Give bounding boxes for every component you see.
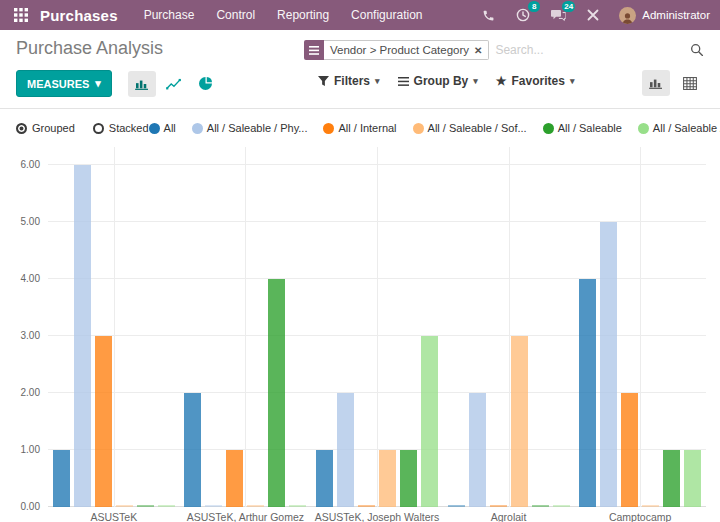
view-switcher [642, 70, 704, 96]
bar[interactable] [600, 222, 617, 507]
bar[interactable] [579, 279, 596, 507]
legend-item[interactable]: All / Saleable / Ser... [638, 122, 720, 134]
bar[interactable] [448, 505, 465, 507]
legend-dot-icon [638, 123, 649, 134]
bar[interactable] [337, 393, 354, 507]
bar-group [574, 147, 706, 507]
systray: 8 24 Administrator [479, 7, 710, 24]
measures-button[interactable]: MEASURES▾ [16, 70, 112, 97]
activities-clock-icon[interactable]: 8 [514, 7, 532, 23]
bar[interactable] [53, 450, 70, 507]
groupby-facet-icon [304, 40, 324, 60]
chart-type-switcher [128, 71, 220, 97]
radio-unselected-icon [93, 123, 104, 134]
legend-dot-icon [192, 123, 203, 134]
menu-purchase[interactable]: Purchase [144, 8, 195, 22]
bar[interactable] [684, 450, 701, 507]
top-navbar: Purchases Purchase Control Reporting Con… [0, 0, 720, 30]
graph-view-button[interactable] [642, 70, 670, 96]
radio-selected-icon [16, 123, 27, 134]
legend-label: All [164, 122, 176, 134]
bar-group [180, 147, 312, 507]
bar-group [48, 147, 180, 507]
favorites-dropdown[interactable]: ★ Favorites▾ [496, 74, 575, 88]
message-badge: 24 [562, 1, 575, 12]
bar[interactable] [74, 165, 91, 507]
apps-menu-icon[interactable] [10, 4, 32, 26]
search-bar: Vendor > Product Category ✕ [304, 40, 704, 60]
chevron-down-icon: ▾ [95, 77, 101, 90]
legend-label: All / Saleable / Phy... [207, 122, 308, 134]
messages-chat-icon[interactable]: 24 [549, 7, 567, 23]
bar[interactable] [95, 336, 112, 507]
x-axis-label: ASUSTeK [48, 511, 180, 522]
tools-icon[interactable] [584, 7, 602, 23]
chart-legend: AllAll / Saleable / Phy...All / Internal… [149, 122, 720, 134]
bar[interactable] [621, 393, 638, 507]
bar[interactable] [421, 336, 438, 507]
y-tick-label: 1.00 [21, 444, 40, 455]
bar-group [311, 147, 443, 507]
control-panel: Purchase Analysis Vendor > Product Categ… [0, 30, 720, 109]
avatar [619, 7, 636, 24]
bar[interactable] [400, 450, 417, 507]
legend-item[interactable]: All [149, 122, 176, 134]
bar[interactable] [137, 505, 154, 507]
bar[interactable] [469, 393, 486, 507]
legend-label: All / Saleable [558, 122, 622, 134]
menu-reporting[interactable]: Reporting [277, 8, 329, 22]
pivot-view-button[interactable] [676, 70, 704, 96]
bar[interactable] [158, 505, 175, 507]
filters-dropdown[interactable]: Filters▾ [318, 74, 380, 88]
app-name[interactable]: Purchases [40, 7, 118, 24]
y-tick-label: 6.00 [21, 159, 40, 170]
bar[interactable] [532, 505, 549, 507]
x-axis: ASUSTeKASUSTeK, Arthur GomezASUSTeK, Jos… [48, 511, 706, 522]
bar[interactable] [116, 505, 133, 507]
legend-label: All / Internal [338, 122, 396, 134]
bar[interactable] [247, 505, 264, 507]
bar[interactable] [205, 505, 222, 507]
legend-dot-icon [413, 123, 424, 134]
bar[interactable] [289, 505, 306, 507]
search-icon[interactable] [690, 43, 704, 57]
bar[interactable] [358, 505, 375, 507]
legend-label: All / Saleable / Sof... [428, 122, 527, 134]
grouped-radio[interactable]: Grouped [16, 122, 75, 134]
bar[interactable] [316, 450, 333, 507]
menu-configuration[interactable]: Configuration [351, 8, 422, 22]
bar[interactable] [490, 505, 507, 507]
legend-item[interactable]: All / Saleable [543, 122, 622, 134]
bar-groups [48, 147, 706, 507]
y-axis: 0.001.002.003.004.005.006.00 [12, 147, 42, 507]
legend-item[interactable]: All / Internal [323, 122, 396, 134]
x-axis-label: Agrolait [443, 511, 575, 522]
bar[interactable] [268, 279, 285, 507]
bar[interactable] [226, 450, 243, 507]
bar[interactable] [553, 505, 570, 507]
legend-label: All / Saleable / Ser... [653, 122, 720, 134]
line-chart-button[interactable] [160, 71, 188, 97]
groupby-dropdown[interactable]: Group By▾ [398, 74, 478, 88]
bar[interactable] [642, 505, 659, 507]
bar-chart-button[interactable] [128, 71, 156, 97]
user-menu[interactable]: Administrator [619, 7, 710, 24]
y-tick-label: 4.00 [21, 273, 40, 284]
stacked-radio[interactable]: Stacked [93, 122, 149, 134]
phone-icon[interactable] [479, 7, 497, 23]
facet-label: Vendor > Product Category [330, 44, 469, 56]
bar[interactable] [511, 336, 528, 507]
facet-remove-icon[interactable]: ✕ [474, 45, 482, 56]
menu-control[interactable]: Control [216, 8, 255, 22]
pie-chart-button[interactable] [192, 71, 220, 97]
bar[interactable] [379, 450, 396, 507]
bar[interactable] [184, 393, 201, 507]
legend-dot-icon [543, 123, 554, 134]
legend-item[interactable]: All / Saleable / Sof... [413, 122, 527, 134]
legend-item[interactable]: All / Saleable / Phy... [192, 122, 308, 134]
search-facet[interactable]: Vendor > Product Category ✕ [304, 40, 489, 60]
bar[interactable] [663, 450, 680, 507]
search-input[interactable] [489, 41, 690, 59]
bar-chart: 0.001.002.003.004.005.006.00 ASUSTeKASUS… [12, 147, 708, 522]
y-tick-label: 0.00 [21, 501, 40, 512]
